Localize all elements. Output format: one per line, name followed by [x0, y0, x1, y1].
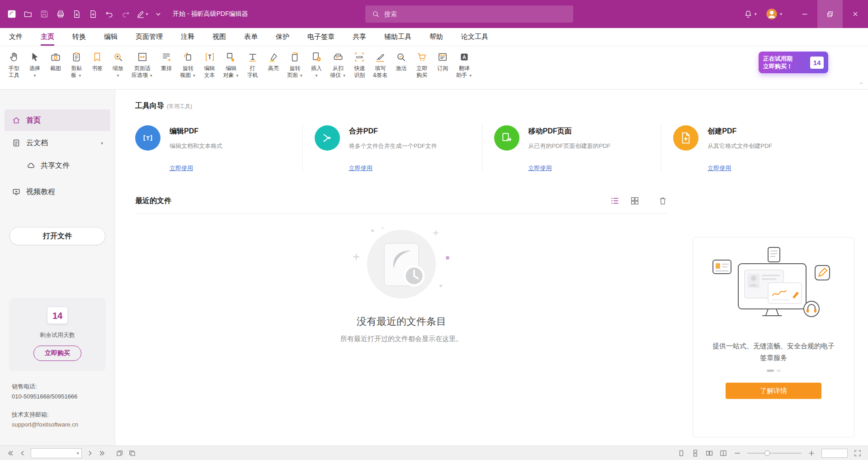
- menu-item-3[interactable]: 编辑: [104, 28, 118, 46]
- rotate-view-tool-button[interactable]: 旋转视图 ▼: [177, 49, 199, 80]
- scanner-tool-button[interactable]: 从扫描仪 ▼: [327, 49, 349, 80]
- learn-more-button[interactable]: 了解详情: [726, 383, 821, 399]
- menu-item-7[interactable]: 表单: [244, 28, 258, 46]
- zoom-tool-button[interactable]: 缩放▼: [108, 49, 128, 80]
- highlight-tool-button[interactable]: 高亮: [263, 49, 284, 73]
- ocr-tool-button[interactable]: OCR快速识别: [349, 49, 370, 80]
- sidebar-item-video-tutorial[interactable]: 视频教程: [5, 181, 110, 203]
- carousel-dot-active[interactable]: [767, 370, 774, 372]
- page-dropdown-caret[interactable]: ▾: [77, 451, 79, 455]
- menu-item-8[interactable]: 保护: [276, 28, 289, 46]
- menu-item-2[interactable]: 转换: [72, 28, 86, 46]
- zoom-slider[interactable]: [747, 450, 802, 456]
- collapse-ribbon-button[interactable]: [858, 80, 864, 86]
- single-page-view-button[interactable]: [677, 449, 685, 457]
- carousel-dot[interactable]: [777, 370, 781, 372]
- translate-tool-button[interactable]: A翻译助手 ▼: [453, 49, 475, 80]
- fit-screen-button[interactable]: [854, 449, 862, 457]
- sidebar-item-shared-files[interactable]: 共享文件: [5, 155, 110, 176]
- menu-item-5[interactable]: 注释: [181, 28, 194, 46]
- use-now-link[interactable]: 立即使用: [170, 164, 193, 172]
- page-fit-tool-button[interactable]: 页面适应选项 ▼: [128, 49, 156, 80]
- search-box[interactable]: [365, 5, 573, 23]
- search-input[interactable]: [384, 10, 567, 18]
- fill-sign-tool-button[interactable]: 填写&签名: [370, 49, 391, 80]
- redo-icon[interactable]: [118, 0, 134, 28]
- cart-tool-button[interactable]: 立即购买: [411, 49, 432, 80]
- sidebar-item-label: 视频教程: [26, 187, 55, 197]
- support-email-link[interactable]: support@foxitsoftware.cn: [12, 421, 78, 428]
- menu-item-4[interactable]: 页面管理: [136, 28, 163, 46]
- subscribe-tool-button[interactable]: 订阅: [432, 49, 453, 73]
- reflow-tool-button[interactable]: 重排: [156, 49, 177, 73]
- clipboard-icon: [71, 50, 82, 64]
- two-page-view-button[interactable]: [705, 449, 713, 457]
- account-button[interactable]: ▾: [761, 0, 787, 28]
- menu-item-1[interactable]: 主页: [41, 28, 54, 46]
- undo-icon[interactable]: [101, 0, 118, 28]
- sidebar-item-home[interactable]: 首页: [5, 109, 110, 131]
- close-button[interactable]: [843, 0, 868, 28]
- menu-item-6[interactable]: 视图: [212, 28, 226, 46]
- zoom-level-input[interactable]: [821, 449, 848, 458]
- open-file-button[interactable]: 打开文件: [9, 227, 105, 245]
- print-icon[interactable]: [52, 0, 69, 28]
- minimize-button[interactable]: [792, 0, 817, 28]
- zoom-slider-thumb[interactable]: [764, 451, 770, 456]
- tool-label: 旋转页面 ▼: [287, 65, 303, 79]
- buy-now-button[interactable]: 立即购买: [33, 346, 81, 361]
- tool-label: 页面适应选项 ▼: [132, 65, 153, 79]
- export-pdf-icon[interactable]: [69, 0, 85, 28]
- prev-view-button[interactable]: [116, 449, 124, 457]
- use-now-link[interactable]: 立即使用: [708, 164, 731, 172]
- menu-item-0[interactable]: 文件: [9, 28, 23, 46]
- open-folder-icon[interactable]: [20, 0, 36, 28]
- tool-card-description: 从已有的PDF页面创建新的PDF: [528, 142, 611, 151]
- next-view-button[interactable]: [128, 449, 136, 457]
- quick-access-caret-icon[interactable]: [150, 0, 166, 28]
- snapshot-tool-button[interactable]: 截图: [45, 49, 66, 73]
- edit-text-tool-button[interactable]: 编辑文本: [199, 49, 220, 80]
- prev-page-button[interactable]: [19, 449, 27, 457]
- grid-view-button[interactable]: [630, 196, 640, 206]
- book-view-button[interactable]: [719, 449, 727, 457]
- trial-badge[interactable]: 正在试用期 立即购买！ 14: [759, 52, 828, 73]
- typewriter-tool-button[interactable]: 打字机: [242, 49, 263, 80]
- notifications-button[interactable]: ▾: [739, 0, 761, 28]
- select-tool-button[interactable]: 选择▼: [24, 49, 45, 80]
- bookmark-tool-button[interactable]: 书签: [87, 49, 108, 73]
- page-number-input[interactable]: [33, 450, 77, 456]
- share-doc-icon[interactable]: [85, 0, 101, 28]
- rotate-pages-tool-button[interactable]: 旋转页面 ▼: [284, 49, 306, 80]
- save-icon[interactable]: [36, 0, 52, 28]
- clipboard-tool-button[interactable]: 剪贴板 ▼: [66, 49, 87, 80]
- foxit-logo[interactable]: [4, 0, 20, 28]
- use-now-link[interactable]: 立即使用: [349, 164, 373, 172]
- use-now-link[interactable]: 立即使用: [528, 164, 552, 172]
- activate-tool-button[interactable]: 激活: [391, 49, 411, 73]
- menu-item-11[interactable]: 辅助工具: [384, 28, 411, 46]
- sidebar-item-cloud-doc[interactable]: 云文档▾: [5, 132, 110, 154]
- tool-card-1: 编辑PDF编辑文档和文本格式立即使用: [135, 123, 302, 172]
- insert-tool-button[interactable]: 插入▼: [306, 49, 327, 80]
- menu-item-9[interactable]: 电子签章: [307, 28, 335, 46]
- menu-item-10[interactable]: 共享: [353, 28, 366, 46]
- clear-recent-button[interactable]: [658, 196, 668, 206]
- list-view-button[interactable]: [610, 196, 620, 206]
- hand-tool-button[interactable]: 手型工具: [4, 49, 24, 80]
- restore-button[interactable]: [817, 0, 843, 28]
- zoom-in-button[interactable]: [807, 449, 816, 457]
- first-page-button[interactable]: [6, 449, 14, 457]
- esign-icon[interactable]: ▾: [134, 0, 150, 28]
- sidebar-nav: 首页云文档▾共享文件视频教程: [0, 90, 115, 203]
- menu-item-12[interactable]: 帮助: [429, 28, 443, 46]
- edit-object-tool-button[interactable]: 编辑对象 ▼: [220, 49, 242, 80]
- trial-badge-text: 正在试用期 立即购买！: [763, 55, 810, 70]
- scanner-icon: [332, 50, 344, 64]
- last-page-button[interactable]: [98, 449, 106, 457]
- zoom-out-button[interactable]: [733, 449, 741, 457]
- next-page-button[interactable]: [86, 449, 94, 457]
- continuous-view-button[interactable]: [691, 449, 699, 457]
- menu-item-13[interactable]: 论文工具: [461, 28, 488, 46]
- chevron-down-icon[interactable]: ▾: [101, 141, 103, 146]
